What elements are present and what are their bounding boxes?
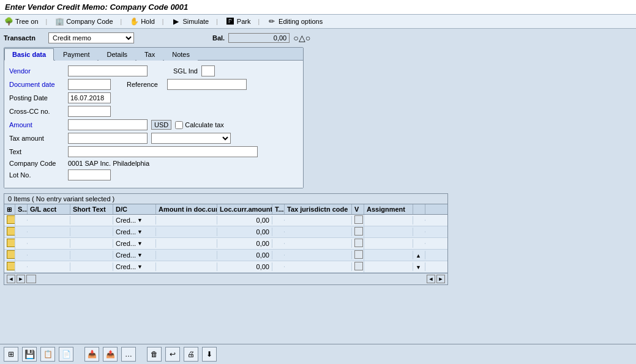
- crosscc-input[interactable]: [68, 106, 111, 117]
- row-glacct-2[interactable]: [28, 239, 70, 248]
- dc-dropdown-arrow-2[interactable]: ▼: [137, 240, 143, 247]
- shorttext-input-4[interactable]: [73, 263, 110, 270]
- amount-input-1[interactable]: [159, 228, 214, 236]
- taxjuris-input-2[interactable]: [287, 240, 349, 247]
- currency-button[interactable]: USD: [151, 120, 171, 130]
- glacct-input-1[interactable]: [30, 228, 67, 236]
- amount-input[interactable]: [68, 119, 148, 130]
- vendor-input[interactable]: [68, 65, 148, 76]
- shorttext-input-2[interactable]: [73, 240, 110, 247]
- row-taxjuris-3[interactable]: [285, 251, 352, 259]
- row-assignment-3[interactable]: [364, 251, 413, 259]
- row-glacct-0[interactable]: [28, 216, 70, 225]
- toolbar-editing-options[interactable]: ✏ Editing options: [267, 17, 323, 26]
- row-shorttext-0[interactable]: [70, 216, 113, 225]
- row-glacct-1[interactable]: [28, 228, 70, 236]
- row-amount-1[interactable]: [156, 228, 217, 236]
- taxjuris-input-4[interactable]: [287, 263, 349, 270]
- tab-details[interactable]: Details: [99, 48, 135, 61]
- row-assignment-0[interactable]: [364, 216, 413, 225]
- bottom-btn-1[interactable]: ⊞: [4, 347, 18, 362]
- shorttext-input-1[interactable]: [73, 228, 110, 236]
- row-shorttext-4[interactable]: [70, 262, 113, 271]
- dc-dropdown-arrow-1[interactable]: ▼: [137, 229, 143, 235]
- bottom-btn-undo[interactable]: ↩: [165, 347, 180, 362]
- postingdate-input[interactable]: [68, 92, 111, 103]
- reference-input[interactable]: [167, 79, 247, 90]
- taxamount-input[interactable]: [68, 133, 148, 144]
- lotno-input[interactable]: [68, 169, 111, 180]
- toolbar-hold[interactable]: ✋ Hold: [129, 17, 155, 26]
- row-shorttext-2[interactable]: [70, 239, 113, 248]
- assignment-input-2[interactable]: [367, 240, 410, 247]
- amount-input-0[interactable]: [159, 217, 214, 224]
- scroll-right2-btn[interactable]: ◄: [427, 275, 435, 283]
- tab-notes[interactable]: Notes: [164, 48, 198, 61]
- amount-input-2[interactable]: [159, 240, 214, 247]
- scroll-right3-btn[interactable]: ►: [436, 275, 445, 283]
- glacct-input-4[interactable]: [30, 263, 67, 270]
- toolbar-tree-on[interactable]: 🌳 Tree on: [4, 17, 39, 26]
- scroll-left-btn[interactable]: ◄: [7, 275, 15, 283]
- taxjuris-input-0[interactable]: [287, 217, 349, 224]
- tab-tax[interactable]: Tax: [137, 48, 163, 61]
- row-shorttext-1[interactable]: [70, 228, 113, 236]
- amount-input-4[interactable]: [159, 263, 214, 270]
- amount-input-3[interactable]: [159, 251, 214, 259]
- taxjuris-input-1[interactable]: [287, 228, 349, 236]
- glacct-input-0[interactable]: [30, 217, 67, 224]
- row-glacct-3[interactable]: [28, 251, 70, 259]
- taxjuris-input-3[interactable]: [287, 251, 349, 259]
- bottom-btn-in2[interactable]: 📤: [103, 347, 118, 362]
- shorttext-input-0[interactable]: [73, 217, 110, 224]
- assignment-input-1[interactable]: [367, 228, 410, 236]
- dc-dropdown-arrow-3[interactable]: ▼: [137, 252, 143, 258]
- bottom-btn-save[interactable]: 💾: [22, 347, 37, 362]
- transactn-dropdown[interactable]: Credit memo Invoice Invoice-General Cred…: [48, 32, 134, 43]
- tab-basic-data[interactable]: Basic data: [4, 48, 54, 61]
- bottom-btn-in1[interactable]: 📥: [84, 347, 99, 362]
- row-taxjuris-1[interactable]: [285, 228, 352, 236]
- dc-dropdown-arrow-0[interactable]: ▼: [137, 217, 143, 223]
- toolbar-company-code[interactable]: 🏢 Company Code: [54, 17, 113, 26]
- assignment-input-0[interactable]: [367, 217, 410, 224]
- bottom-btn-download[interactable]: ⬇: [202, 347, 217, 362]
- scroll-right-btn[interactable]: ►: [17, 275, 25, 283]
- row-assignment-4[interactable]: [364, 262, 413, 271]
- row-taxjuris-4[interactable]: [285, 262, 352, 271]
- tax-dropdown[interactable]: [151, 133, 231, 144]
- tab-payment[interactable]: Payment: [55, 48, 97, 61]
- row-amount-2[interactable]: [156, 239, 217, 248]
- bottom-btn-copy1[interactable]: 📋: [40, 347, 55, 362]
- toolbar-park[interactable]: 🅿 Park: [225, 17, 251, 26]
- assignment-input-4[interactable]: [367, 263, 410, 270]
- row-shorttext-3[interactable]: [70, 251, 113, 259]
- row-dc-2[interactable]: Cred... ▼: [113, 239, 156, 248]
- row-taxjuris-2[interactable]: [285, 239, 352, 248]
- row-dc-4[interactable]: Cred... ▼: [113, 262, 156, 271]
- row-dc-3[interactable]: Cred... ▼: [113, 251, 156, 259]
- row-amount-4[interactable]: [156, 262, 217, 271]
- calculate-tax-checkbox[interactable]: [175, 121, 183, 129]
- dc-dropdown-arrow-4[interactable]: ▼: [137, 264, 143, 270]
- docdate-input[interactable]: [68, 79, 111, 90]
- bottom-btn-copy2[interactable]: 📄: [59, 347, 73, 362]
- sgl-ind-input[interactable]: [201, 65, 215, 76]
- scroll-up-arrow[interactable]: ▲: [416, 253, 421, 259]
- row-glacct-4[interactable]: [28, 262, 70, 271]
- row-amount-0[interactable]: [156, 216, 217, 225]
- bottom-btn-delete[interactable]: 🗑: [147, 347, 162, 362]
- row-taxjuris-0[interactable]: [285, 216, 352, 225]
- text-input[interactable]: [68, 146, 258, 157]
- row-amount-3[interactable]: [156, 251, 217, 259]
- row-dc-1[interactable]: Cred... ▼: [113, 228, 156, 236]
- toolbar-simulate[interactable]: ▶ Simulate: [171, 17, 209, 26]
- glacct-input-3[interactable]: [30, 251, 67, 259]
- row-dc-0[interactable]: Cred... ▼: [113, 216, 156, 225]
- row-assignment-2[interactable]: [364, 239, 413, 248]
- shorttext-input-3[interactable]: [73, 251, 110, 259]
- bottom-btn-print[interactable]: 🖨: [184, 347, 198, 362]
- transactn-select[interactable]: Credit memo Invoice Invoice-General Cred…: [48, 32, 134, 43]
- glacct-input-2[interactable]: [30, 240, 67, 247]
- scroll-down-arrow[interactable]: ▼: [416, 264, 421, 270]
